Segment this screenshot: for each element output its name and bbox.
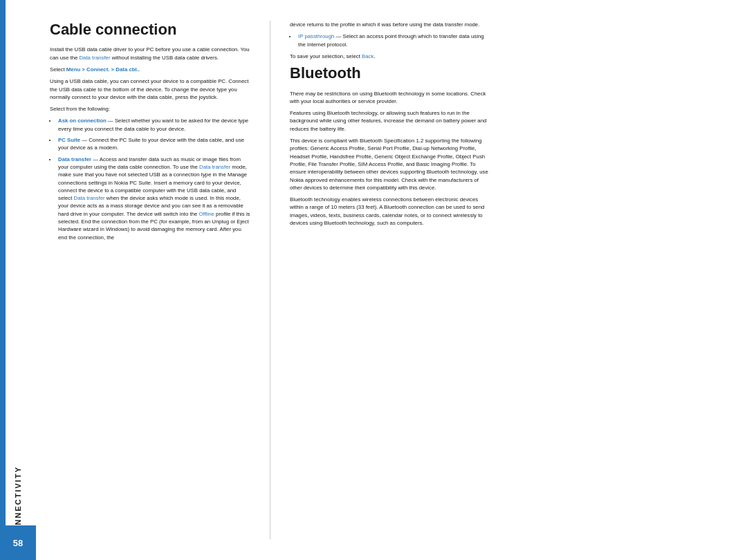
data-transfer-item: Data transfer — Access and transfer data…	[57, 156, 250, 241]
ip-passthrough-item: IP passthrough — Select an access point …	[297, 32, 490, 48]
intro-paragraph: Install the USB data cable driver to you…	[50, 46, 250, 62]
page-number: 58	[13, 538, 23, 548]
main-content: Cable connection Install the USB data ca…	[36, 0, 747, 560]
menu-connect-link[interactable]: Menu > Connect. > Data cbl..	[66, 66, 140, 73]
page-container: Connectivity 58 Cable connection Install…	[0, 0, 747, 560]
page-number-box: 58	[0, 525, 36, 560]
bluetooth-para-4: Bluetooth technology enables wireless co…	[290, 196, 490, 227]
data-transfer-link-3[interactable]: Data transfer	[199, 164, 230, 170]
cable-connection-title: Cable connection	[50, 21, 250, 39]
save-selection-para: To save your selection, select Back.	[290, 53, 490, 60]
pc-suite-link[interactable]: PC Suite	[58, 137, 80, 143]
select-menu-para: Select Menu > Connect. > Data cbl..	[50, 66, 250, 73]
left-column: Cable connection Install the USB data ca…	[50, 21, 250, 539]
pc-suite-item: PC Suite — Connect the PC Suite to your …	[57, 136, 250, 152]
pc-suite-text: — Connect the PC Suite to your device wi…	[58, 137, 244, 151]
data-transfer-link-4[interactable]: Data transfer	[74, 195, 105, 201]
bluetooth-para-2: Features using Bluetooth technology, or …	[290, 109, 490, 133]
back-link[interactable]: Back	[362, 53, 374, 59]
device-returns-para: device returns to the profile in which i…	[290, 21, 490, 28]
column-divider	[270, 21, 270, 539]
device-returns-text: device returns to the profile in which i…	[290, 21, 479, 28]
right-column: device returns to the profile in which i…	[290, 21, 490, 539]
select-from-label: Select from the following:	[50, 105, 250, 113]
ip-passthrough-link[interactable]: IP passthrough	[298, 33, 334, 39]
ip-list: IP passthrough — Select an access point …	[297, 32, 490, 48]
bluetooth-para-1: There may be restrictions on using Bluet…	[290, 90, 490, 106]
usb-paragraph: Using a USB data cable, you can connect …	[50, 77, 250, 101]
options-list: Ask on connection — Select whether you w…	[57, 117, 250, 241]
bluetooth-text-2: Features using Bluetooth technology, or …	[290, 110, 486, 132]
bluetooth-para-3: This device is compliant with Bluetooth …	[290, 137, 490, 192]
bluetooth-text-1: There may be restrictions on using Bluet…	[290, 91, 486, 104]
save-period: .	[374, 53, 375, 59]
save-text: To save your selection, select	[290, 53, 362, 59]
ask-on-connection-link[interactable]: Ask on connection	[58, 118, 107, 124]
data-transfer-link-1[interactable]: Data transfer	[79, 55, 110, 61]
data-transfer-link-2[interactable]: Data transfer	[58, 156, 91, 162]
ask-on-connection-item: Ask on connection — Select whether you w…	[57, 117, 250, 133]
sidebar: Connectivity 58	[0, 0, 36, 560]
select-text-prefix: Select	[50, 66, 66, 73]
bluetooth-title: Bluetooth	[290, 64, 490, 82]
bluetooth-text-3: This device is compliant with Bluetooth …	[290, 138, 488, 191]
bluetooth-text-4: Bluetooth technology enables wireless co…	[290, 196, 484, 226]
sidebar-blue-bar	[0, 0, 6, 560]
offline-link[interactable]: Offline	[199, 211, 214, 217]
intro-text-1-rest: without installing the USB data cable dr…	[111, 55, 219, 61]
